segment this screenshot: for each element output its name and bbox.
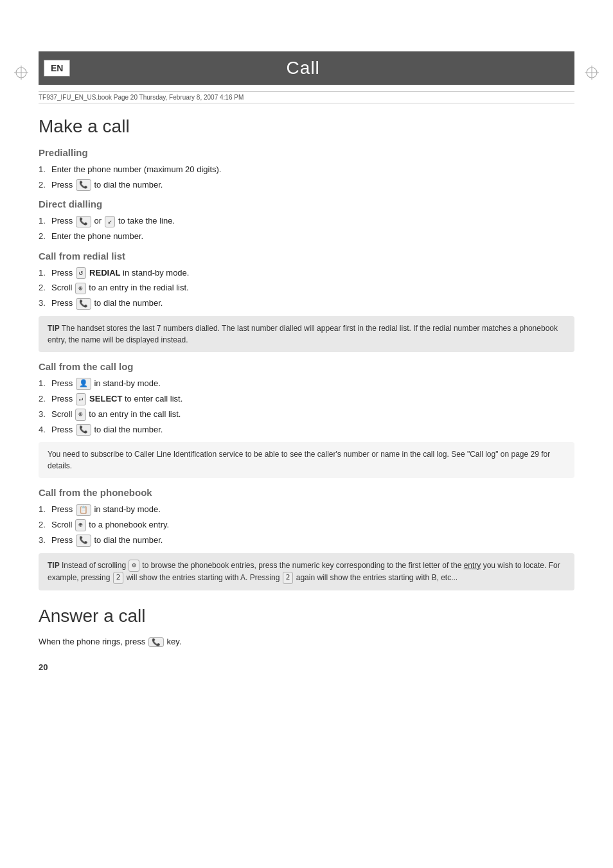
lang-badge: EN (44, 60, 70, 76)
key-2-again-icon: 2 (283, 572, 294, 584)
page-number: 20 (39, 662, 574, 672)
step-item: 1. Press 👤 in stand-by mode. (39, 377, 574, 390)
step-item: 2. Scroll ⊕ to a phonebook entry. (39, 518, 574, 531)
phonebook-title: Call from the phonebook (39, 487, 574, 498)
pb-key-icon: 📋 (76, 504, 91, 517)
step-item: 1. Press 📞 or ↙ to take the line. (39, 215, 574, 227)
answer-section-title: Answer a call (39, 606, 574, 626)
predialling-steps: 1. Enter the phone number (maximum 20 di… (39, 163, 574, 191)
call-key-icon: 📞 (76, 424, 91, 436)
main-section-title: Make a call (39, 116, 574, 137)
key-2-icon: 2 (113, 572, 124, 584)
call-key-icon: 📞 (76, 179, 91, 191)
step-item: 4. Press 📞 to dial the number. (39, 423, 574, 436)
answer-text: When the phone rings, press 📞 key. (39, 637, 574, 647)
calllog-info-box: You need to subscribe to Caller Line Ide… (39, 442, 574, 478)
step-item: 3. Scroll ⊕ to an entry in the call list… (39, 408, 574, 421)
nav-key-icon: ⊕ (75, 409, 86, 421)
nav-key-icon: ⊕ (129, 560, 139, 572)
tip-label: TIP (48, 561, 60, 570)
step-item: 1. Enter the phone number (maximum 20 di… (39, 163, 574, 176)
direct-dialling-steps: 1. Press 📞 or ↙ to take the line. 2. Ent… (39, 215, 574, 242)
header-bar: EN Call (39, 51, 574, 85)
corner-tl (14, 66, 28, 82)
step-item: 2. Enter the phone number. (39, 230, 574, 243)
nav-key-icon: ⊕ (75, 283, 86, 295)
step-item: 2. Press ↵ SELECT to enter call list. (39, 393, 574, 405)
redial-steps: 1. Press ↺ REDIAL in stand-by mode. 2. S… (39, 267, 574, 310)
step-item: 3. Press 📞 to dial the number. (39, 297, 574, 310)
step-item: 1. Press 📋 in stand-by mode. (39, 503, 574, 516)
nav-key-icon: ⊕ (75, 519, 86, 531)
call-key-icon: 📞 (76, 535, 91, 547)
tip-label: TIP (48, 324, 60, 333)
step-item: 2. Press 📞 to dial the number. (39, 179, 574, 191)
main-content: Make a call Predialling 1. Enter the pho… (39, 116, 574, 672)
step-item: 2. Scroll ⊕ to an entry in the redial li… (39, 281, 574, 294)
step-item: 1. Press ↺ REDIAL in stand-by mode. (39, 267, 574, 279)
page: EN Call TF937_IFU_EN_US.book Page 20 Thu… (0, 51, 613, 868)
header-title: Call (70, 58, 574, 78)
calllog-steps: 1. Press 👤 in stand-by mode. 2. Press ↵ … (39, 377, 574, 436)
select-key-icon: ↵ (76, 393, 87, 405)
call-key-icon: 📞 (76, 216, 91, 228)
phonebook-tip-box: TIP Instead of scrolling ⊕ to browse the… (39, 553, 574, 590)
predialling-title: Predialling (39, 147, 574, 158)
talk-key-icon: ↙ (105, 216, 116, 228)
redial-title: Call from redial list (39, 251, 574, 261)
calllog-title: Call from the call log (39, 361, 574, 372)
meta-line: TF937_IFU_EN_US.book Page 20 Thursday, F… (39, 91, 574, 103)
redial-tip-box: TIP The handset stores the last 7 number… (39, 316, 574, 352)
call-key-icon: 📞 (76, 298, 91, 310)
call-key-icon: 📞 (148, 637, 164, 647)
direct-dialling-title: Direct dialling (39, 199, 574, 209)
calls-key-icon: 👤 (76, 378, 91, 390)
step-item: 3. Press 📞 to dial the number. (39, 534, 574, 547)
phonebook-steps: 1. Press 📋 in stand-by mode. 2. Scroll ⊕… (39, 503, 574, 546)
corner-tr (585, 66, 599, 82)
redial-key-icon: ↺ (76, 267, 87, 279)
